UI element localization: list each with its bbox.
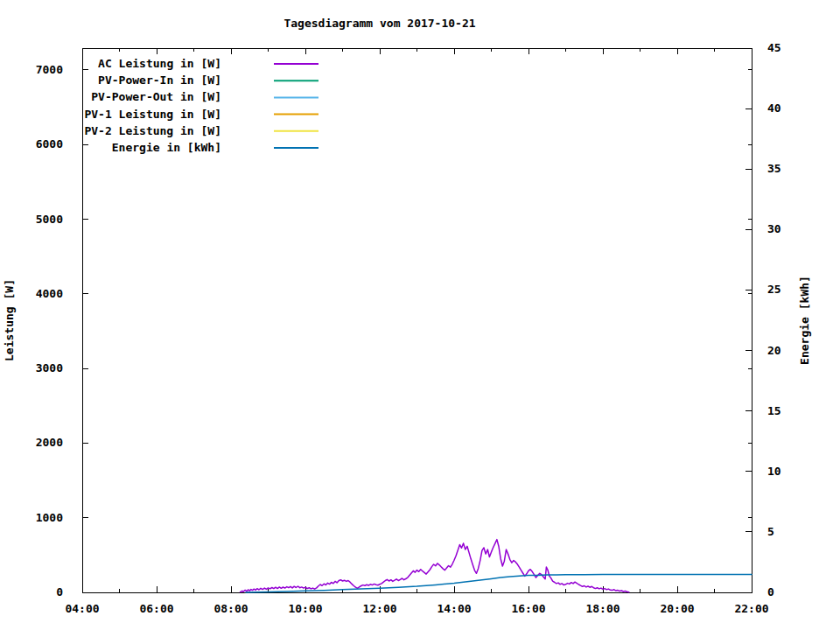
legend-label-pv-1-leistung: PV-1 Leistung in [W] [84,108,221,121]
x-tick-label: 06:00 [139,602,173,615]
x-tick-label: 08:00 [214,602,248,615]
legend-label-pv-power-in: PV-Power-In in [W] [98,74,221,87]
y-tick-label: 2000 [36,436,63,449]
chart-screen: Tagesdiagramm vom 2017-10-21 Leistung [W… [0,0,840,630]
plot-area: 04:0006:0008:0010:0012:0014:0016:0018:00… [36,41,781,615]
x-tick-label: 10:00 [288,602,322,615]
legend-item-ac-leistung: AC Leistung in [W] [98,57,318,70]
legend-label-pv-2-leistung: PV-2 Leistung in [W] [84,124,221,137]
x-tick-label: 22:00 [734,602,768,615]
legend-label-ac-leistung: AC Leistung in [W] [98,57,221,70]
chart-title: Tagesdiagramm vom 2017-10-21 [284,17,475,30]
legend-item-pv-power-out: PV-Power-Out in [W] [91,90,318,103]
x-tick-label: 20:00 [660,602,694,615]
series-energie [246,575,752,593]
legend-label-energie: Energie in [kWh] [112,141,221,154]
legend-item-pv-power-in: PV-Power-In in [W] [98,74,318,87]
y2-tick-label: 0 [767,585,774,598]
x-tick-label: 14:00 [437,602,471,615]
x-tick-label: 04:00 [65,602,99,615]
y2-tick-label: 5 [767,525,774,538]
x-tick-label: 18:00 [585,602,620,615]
legend-item-pv-1-leistung: PV-1 Leistung in [W] [84,108,318,121]
y2-tick-label: 10 [767,465,781,478]
y-tick-label: 6000 [36,137,63,150]
y-tick-label: 5000 [36,213,63,226]
tagesdiagramm-chart: Tagesdiagramm vom 2017-10-21 Leistung [W… [0,0,840,630]
y-axis-label: Leistung [W] [3,279,16,361]
y2-tick-label: 25 [767,283,781,296]
y2-tick-label: 35 [767,162,781,175]
y-tick-label: 7000 [36,63,63,76]
y-tick-label: 4000 [36,287,63,300]
legend-item-energie: Energie in [kWh] [112,141,318,154]
x-tick-label: 12:00 [362,602,396,615]
y2-tick-label: 30 [767,222,781,235]
y2-tick-label: 45 [767,41,781,54]
legend-label-pv-power-out: PV-Power-Out in [W] [91,90,221,103]
y-tick-label: 0 [56,585,63,598]
y2-tick-label: 15 [767,404,781,417]
y2-tick-label: 40 [767,102,781,115]
y2-axis-label: Energie [kWh] [798,276,811,365]
y2-tick-label: 20 [767,344,781,357]
legend: AC Leistung in [W]PV-Power-In in [W]PV-P… [84,57,318,154]
series-ac-leistung [241,540,629,592]
y-tick-label: 1000 [36,511,63,524]
x-tick-label: 16:00 [511,602,545,615]
y-tick-label: 3000 [36,361,63,374]
legend-item-pv-2-leistung: PV-2 Leistung in [W] [84,124,318,137]
